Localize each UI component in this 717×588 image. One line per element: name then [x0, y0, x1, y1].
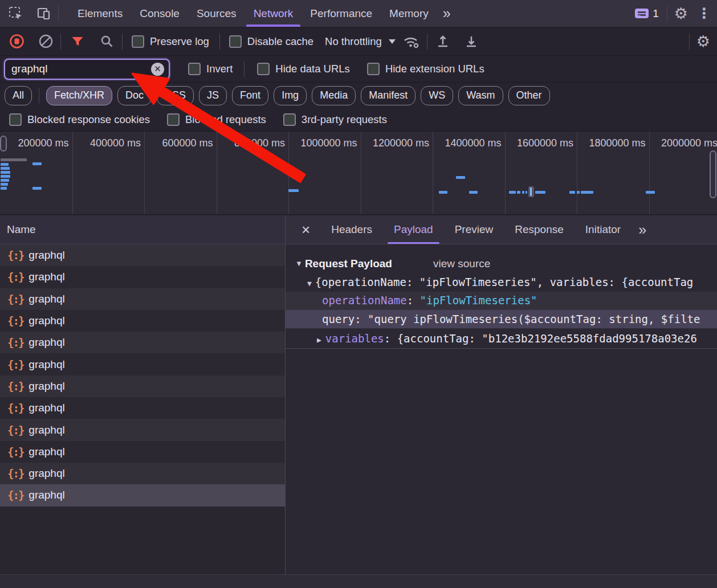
filter-input[interactable]: graphql ✕ — [4, 59, 170, 80]
detail-tab-payload[interactable]: Payload — [383, 215, 444, 244]
detail-tab-response[interactable]: Response — [504, 215, 575, 244]
request-row[interactable]: {:}graphql — [0, 441, 285, 463]
timeline-label: 1800000 ms — [589, 137, 645, 149]
waterfall-bar — [577, 191, 580, 194]
tab-performance[interactable]: Performance — [302, 0, 381, 27]
throttling-select[interactable]: No throttling — [325, 35, 396, 48]
filter-chip-doc[interactable]: Doc — [117, 86, 152, 105]
filter-chip-wasm[interactable]: Wasm — [458, 86, 503, 105]
request-name: graphql — [28, 489, 64, 501]
import-har-icon[interactable] — [427, 34, 457, 49]
request-name: graphql — [28, 446, 64, 458]
preserve-log-checkbox[interactable] — [132, 35, 144, 48]
detail-tab-initiator[interactable]: Initiator — [575, 215, 632, 244]
fetch-xhr-icon: {:} — [7, 446, 23, 458]
invert-option[interactable]: Invert — [188, 63, 233, 75]
issues-counter[interactable]: 1 — [635, 7, 659, 20]
disable-cache-checkbox[interactable] — [229, 35, 242, 48]
filter-funnel-icon[interactable] — [61, 35, 92, 48]
request-row[interactable]: {:}graphql — [0, 288, 285, 310]
tab-sources[interactable]: Sources — [188, 0, 245, 27]
request-row[interactable]: {:}graphql — [0, 266, 285, 288]
timeline-gridline — [144, 132, 145, 214]
json-key: operationName — [322, 294, 407, 307]
tab-console[interactable]: Console — [131, 0, 188, 27]
filter-chip-img[interactable]: Img — [274, 86, 307, 105]
waterfall-bar — [517, 191, 520, 194]
request-row[interactable]: {:}graphql — [0, 484, 285, 506]
json-string-value: "ipFlowTimeseries" — [420, 294, 537, 307]
request-row[interactable]: {:}graphql — [0, 353, 285, 375]
message-bubble-icon — [635, 9, 649, 18]
view-source-link[interactable]: view source — [433, 255, 490, 272]
issues-count: 1 — [653, 7, 659, 20]
blocked-requests-checkbox[interactable] — [167, 113, 180, 126]
filter-chip-js[interactable]: JS — [199, 86, 227, 105]
separator — [122, 34, 123, 50]
payload-preview-line[interactable]: ▼{operationName: "ipFlowTimeseries", var… — [286, 272, 717, 292]
request-row[interactable]: {:}graphql — [0, 419, 285, 440]
filter-chip-media[interactable]: Media — [312, 86, 356, 105]
hide-data-urls-option[interactable]: Hide data URLs — [257, 63, 350, 75]
blocked-cookies-option[interactable]: Blocked response cookies — [9, 113, 150, 126]
overview-right-handle[interactable] — [710, 150, 716, 198]
hide-extension-urls-checkbox[interactable] — [367, 63, 380, 75]
filter-chip-ws[interactable]: WS — [421, 86, 453, 105]
more-detail-tabs-icon[interactable]: » — [638, 222, 645, 238]
query-row-highlighted[interactable]: query: "query ipFlowTimeseries($accountT… — [286, 309, 717, 329]
request-row[interactable]: {:}graphql — [0, 463, 285, 484]
record-network-log-icon[interactable] — [0, 34, 31, 49]
third-party-checkbox[interactable] — [283, 113, 296, 126]
settings-gear-icon[interactable]: ⚙ — [667, 5, 695, 23]
filter-chip-css[interactable]: CSS — [157, 86, 194, 105]
disable-cache-option[interactable]: Disable cache — [229, 35, 313, 48]
blocked-requests-option[interactable]: Blocked requests — [167, 113, 266, 126]
variables-row[interactable]: ▶variables: {accountTag: "b12e3b2192ee55… — [286, 329, 717, 349]
name-column-header[interactable]: Name — [0, 215, 285, 244]
filter-chip-font[interactable]: Font — [232, 86, 268, 105]
tab-network[interactable]: Network — [245, 0, 302, 27]
expand-triangle-icon[interactable]: ▶ — [317, 330, 321, 349]
search-icon[interactable] — [92, 34, 122, 48]
request-row[interactable]: {:}graphql — [0, 310, 285, 332]
json-key: variables — [325, 332, 384, 345]
export-har-icon[interactable] — [457, 34, 486, 49]
network-overview-timeline[interactable]: 200000 ms400000 ms600000 ms800000 ms1000… — [0, 132, 717, 215]
operation-name-row[interactable]: operationName: "ipFlowTimeseries" — [286, 292, 717, 309]
overview-left-handle[interactable] — [0, 136, 7, 152]
close-detail-icon[interactable]: × — [296, 222, 316, 237]
tab-elements[interactable]: Elements — [69, 0, 131, 27]
blocked-cookies-checkbox[interactable] — [9, 113, 22, 126]
device-toolbar-icon[interactable] — [29, 6, 58, 21]
filter-chip-all[interactable]: All — [5, 86, 32, 105]
invert-checkbox[interactable] — [188, 63, 201, 75]
tab-memory[interactable]: Memory — [381, 0, 437, 27]
detail-tab-preview[interactable]: Preview — [444, 215, 504, 244]
kebab-menu-icon[interactable]: ⋮ — [695, 5, 717, 22]
clear-network-log-icon[interactable] — [31, 34, 60, 49]
detail-tab-headers[interactable]: Headers — [320, 215, 383, 244]
hide-extension-urls-option[interactable]: Hide extension URLs — [367, 63, 484, 75]
more-panels-icon[interactable]: » — [437, 5, 455, 22]
bottom-strip — [0, 574, 717, 588]
request-row[interactable]: {:}graphql — [0, 244, 285, 266]
request-row[interactable]: {:}graphql — [0, 397, 285, 419]
inspect-element-icon[interactable] — [0, 6, 29, 21]
detail-tab-bar: × Headers Payload Preview Response Initi… — [286, 215, 717, 244]
waterfall-bar — [32, 187, 42, 190]
filter-chip-manifest[interactable]: Manifest — [361, 86, 415, 105]
fetch-xhr-icon: {:} — [7, 293, 23, 305]
filter-chip-fetchxhr[interactable]: Fetch/XHR — [46, 86, 112, 105]
filter-chip-other[interactable]: Other — [508, 86, 550, 105]
preserve-log-option[interactable]: Preserve log — [132, 35, 209, 48]
network-conditions-icon[interactable] — [396, 34, 427, 49]
network-settings-gear-icon[interactable]: ⚙ — [690, 32, 717, 51]
request-row[interactable]: {:}graphql — [0, 375, 285, 397]
collapse-triangle-icon[interactable]: ▼ — [295, 255, 303, 272]
expand-triangle-icon[interactable]: ▼ — [307, 274, 312, 292]
request-row[interactable]: {:}graphql — [0, 332, 285, 353]
clear-filter-icon[interactable]: ✕ — [151, 63, 164, 76]
request-payload-title: Request Payload — [305, 255, 392, 272]
third-party-option[interactable]: 3rd-party requests — [283, 113, 387, 126]
hide-data-urls-checkbox[interactable] — [257, 63, 270, 75]
